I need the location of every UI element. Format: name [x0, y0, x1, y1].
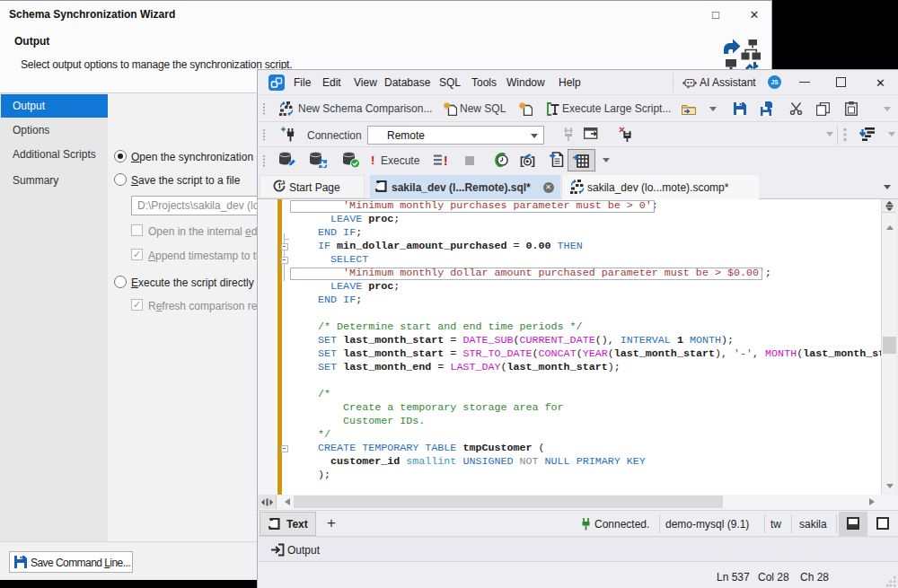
svg-text:!: !: [444, 154, 448, 167]
